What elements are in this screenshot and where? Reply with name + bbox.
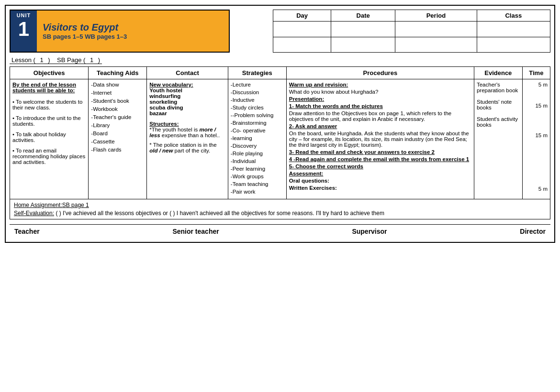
class-cell-2 xyxy=(477,37,550,53)
struct-item-2: * The police station is in the old / new… xyxy=(149,142,225,153)
teaching-item-6: -Board xyxy=(91,131,144,136)
unit-subtitle: SB pages 1–5 WB pages 1–3 xyxy=(43,33,223,40)
written-title: Written Exercises: xyxy=(289,185,471,191)
objectives-cell: By the end of the lesson students will b… xyxy=(10,79,89,199)
step3-title: 3- Read the email and check your answers… xyxy=(289,149,471,155)
warm-up-text: What do you know about Hurghada? xyxy=(289,89,471,95)
day-cell-1 xyxy=(273,22,331,37)
strategy-13: -Team teaching xyxy=(231,181,284,187)
objective-2: • To introduce the unit to the students. xyxy=(12,115,86,127)
period-cell-1 xyxy=(395,22,477,37)
procedures-header: Procedures xyxy=(286,67,474,79)
schedule-table: Day Date Period Class xyxy=(273,10,550,53)
strategy-9: -Role playing xyxy=(231,151,284,156)
teaching-item-8: -Flash cards xyxy=(91,147,144,152)
evidence-header: Evidence xyxy=(474,67,522,79)
teaching-item-5: -Library xyxy=(91,122,144,128)
strategy-12: -Work groups xyxy=(231,174,284,179)
presentation-title: Presentation: xyxy=(289,96,471,102)
strategy-11: -Peer learning xyxy=(231,166,284,172)
home-assignment: Home Assignment:SB page 1 xyxy=(14,202,546,208)
day-header: Day xyxy=(273,10,331,22)
time-3: 5 m xyxy=(525,186,548,192)
header-section: UNIT 1 Visitors to Egypt SB pages 1–5 WB… xyxy=(10,10,550,53)
unit-number-box: UNIT 1 xyxy=(11,11,37,52)
contact-cell: New vocabulary: Youth hostelwindsurfings… xyxy=(147,79,228,199)
period-header: Period xyxy=(395,10,477,22)
assessment-title: Assessment: xyxy=(289,171,471,176)
schedule-row-1 xyxy=(273,22,550,37)
strategy-14: -Pair work xyxy=(231,189,284,195)
senior-teacher-sig: Senior teacher xyxy=(172,228,219,235)
step5-title: 5- Choose the correct words xyxy=(289,163,471,169)
time-2: 15 m xyxy=(525,132,548,138)
main-content-row: By the end of the lesson students will b… xyxy=(10,79,550,199)
date-cell-2 xyxy=(331,37,395,53)
schedule-row-2 xyxy=(273,37,550,53)
teaching-item-1: -Internet xyxy=(91,90,144,96)
evidence-2: Student's activity books xyxy=(477,116,520,128)
self-eval: Self-Evaluation: ( ) I've achieved all t… xyxy=(14,210,546,217)
strategies-header: Strategies xyxy=(228,67,286,79)
time-cell: 5 m 15 m 15 m 5 m xyxy=(522,79,550,199)
vocab-items: Youth hostelwindsurfingsnorkelingscuba d… xyxy=(149,87,225,116)
objectives-header: Objectives xyxy=(10,67,89,79)
strategy-8: -Discovery xyxy=(231,143,284,149)
step2-title: 2- Ask and answer xyxy=(289,123,471,129)
objective-4: • To read an email recommending holiday … xyxy=(12,148,86,165)
strategies-cell: -Lecture -Discussion -Inductive -Study c… xyxy=(228,79,286,199)
struct-item-1: *The youth hostel is more / less expensi… xyxy=(149,127,225,138)
strategy-0: -Lecture xyxy=(231,82,284,87)
teaching-item-3: -Workbook xyxy=(91,106,144,112)
director-sig: Director xyxy=(520,228,546,235)
main-table: Objectives Teaching Aids Contact Strateg… xyxy=(10,66,550,199)
evidence-1: Students' note books xyxy=(477,99,520,110)
strategy-6: -Co- operative xyxy=(231,128,284,133)
step1-title: 1- Match the words and the pictures xyxy=(289,103,471,109)
contact-header: Contact xyxy=(147,67,228,79)
date-header: Date xyxy=(331,10,395,22)
evidence-0: Teacher's preparation book xyxy=(477,82,520,93)
teaching-aids-header: Teaching Aids xyxy=(89,67,147,79)
step2-text: On the board, write Hurghada. Ask the st… xyxy=(289,131,471,148)
strategy-5: -Brainstorming xyxy=(231,120,284,126)
time-0: 5 m xyxy=(525,82,548,87)
day-cell-2 xyxy=(273,37,331,53)
lesson-line: Lesson ( 1 ) SB Page ( 1 ) xyxy=(10,56,550,64)
footer-section: Home Assignment:SB page 1 Self-Evaluatio… xyxy=(10,199,550,219)
strategy-7: -learning xyxy=(231,135,284,141)
supervisor-sig: Supervisor xyxy=(352,228,387,235)
teacher-sig: Teacher xyxy=(14,228,40,235)
time-header: Time xyxy=(522,67,550,79)
step1-text: Draw attention to the Objectives box on … xyxy=(289,110,471,122)
class-header: Class xyxy=(477,10,550,22)
evidence-cell: Teacher's preparation book Students' not… xyxy=(474,79,522,199)
strategy-2: -Inductive xyxy=(231,97,284,103)
unit-number: 1 xyxy=(18,19,29,39)
strategies-list: -Lecture -Discussion -Inductive -Study c… xyxy=(231,82,284,195)
unit-title: Visitors to Egypt xyxy=(43,22,223,33)
lesson-label: Lesson ( 1 ) SB Page ( 1 ) xyxy=(10,56,102,64)
step4-title: 4 -Read again and complete the email wit… xyxy=(289,156,471,162)
teaching-aids-cell: -Data show -Internet -Student's book -Wo… xyxy=(89,79,147,199)
vocab-title: New vocabulary: xyxy=(149,82,225,87)
teaching-item-7: -Cassette xyxy=(91,139,144,144)
warm-up-title: Warm up and revision: xyxy=(289,82,471,87)
unit-title-box: Visitors to Egypt SB pages 1–5 WB pages … xyxy=(37,11,229,52)
teaching-item-2: -Student's book xyxy=(91,98,144,104)
procedures-cell: Warm up and revision: What do you know a… xyxy=(286,79,474,199)
strategy-3: -Study circles xyxy=(231,105,284,110)
class-cell-1 xyxy=(477,22,550,37)
oral-title: Oral questions: xyxy=(289,178,471,184)
objectives-intro: By the end of the lesson students will b… xyxy=(12,82,86,93)
teaching-item-4: -Teacher's guide xyxy=(91,114,144,120)
teaching-item-0: -Data show xyxy=(91,82,144,87)
strategy-4: --Problem solving xyxy=(231,112,284,118)
teaching-aids-list: -Data show -Internet -Student's book -Wo… xyxy=(91,82,144,152)
period-cell-2 xyxy=(395,37,477,53)
objective-1: • To welcome the students to their new c… xyxy=(12,99,86,110)
struct-title: Structures: xyxy=(149,121,225,127)
objective-3: • To talk about holiday activities. xyxy=(12,131,86,143)
signatures-section: Teacher Senior teacher Supervisor Direct… xyxy=(10,224,550,238)
time-1: 15 m xyxy=(525,103,548,109)
